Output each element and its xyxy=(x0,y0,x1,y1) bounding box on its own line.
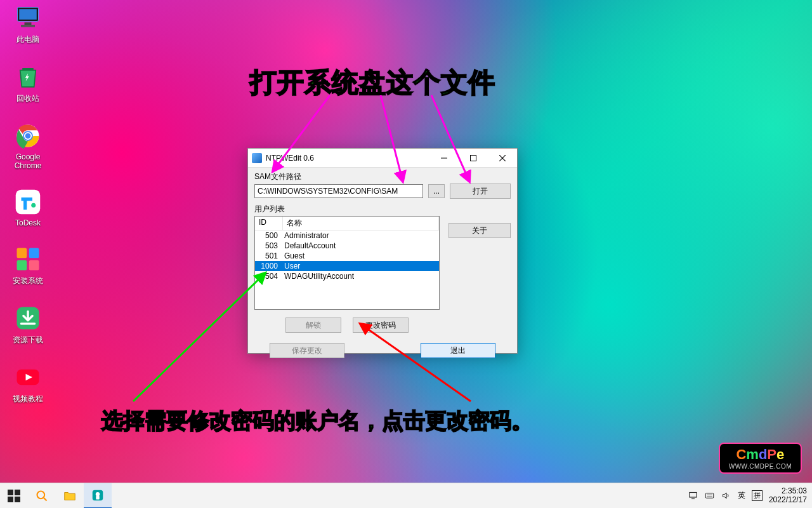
tray-volume-icon[interactable] xyxy=(721,491,731,501)
tray-ime-mode[interactable]: 拼 xyxy=(752,490,763,501)
taskbar-search[interactable] xyxy=(28,483,56,509)
svg-rect-27 xyxy=(15,490,20,495)
svg-rect-29 xyxy=(15,497,20,502)
svg-rect-26 xyxy=(8,490,13,495)
tray-screen-icon[interactable] xyxy=(688,491,698,501)
svg-point-30 xyxy=(37,491,45,498)
svg-line-25 xyxy=(360,324,471,401)
svg-rect-28 xyxy=(8,497,13,502)
svg-point-33 xyxy=(96,491,100,495)
tray-clock[interactable]: 2:35:03 2022/12/17 xyxy=(769,487,807,504)
taskbar: 英 拼 2:35:03 2022/12/17 xyxy=(0,483,812,508)
start-button[interactable] xyxy=(0,483,28,509)
svg-rect-34 xyxy=(96,495,100,499)
svg-line-21 xyxy=(273,95,330,171)
svg-line-23 xyxy=(431,95,469,182)
cmdpe-watermark: CmdPe WWW.CMDPE.COM xyxy=(719,443,802,474)
taskbar-ntpwedit[interactable] xyxy=(84,483,112,509)
annotation-arrows xyxy=(0,0,812,508)
tray-keyboard-icon[interactable] xyxy=(705,491,715,501)
svg-line-24 xyxy=(133,273,265,401)
taskbar-explorer[interactable] xyxy=(56,483,84,509)
svg-line-31 xyxy=(44,497,47,500)
svg-line-22 xyxy=(381,95,403,182)
system-tray: 英 拼 2:35:03 2022/12/17 xyxy=(688,487,812,504)
svg-rect-37 xyxy=(706,493,714,498)
tray-ime-lang[interactable]: 英 xyxy=(738,490,745,501)
svg-rect-35 xyxy=(690,493,697,498)
